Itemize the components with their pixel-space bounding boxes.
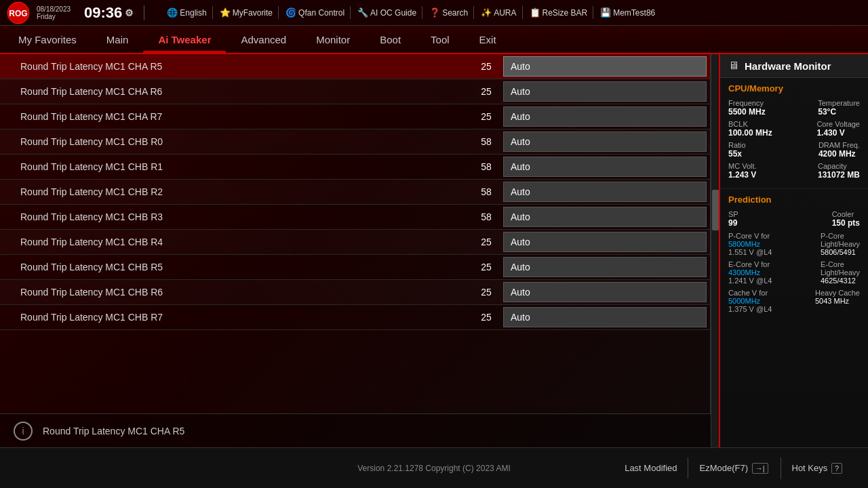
date-display: 08/18/2023	[37, 5, 71, 13]
aioc-tool[interactable]: 🔧 AI OC Guide	[352, 6, 422, 19]
aura-tool[interactable]: ✨ AURA	[475, 6, 522, 19]
fan-icon: 🌀	[285, 7, 296, 18]
search-tool[interactable]: ❓ Search	[424, 6, 474, 19]
table-row[interactable]: Round Trip Latency MC1 CHA R5 25 Auto	[0, 54, 710, 79]
setting-value: 25	[469, 111, 503, 122]
setting-value: 25	[469, 262, 503, 272]
setting-dropdown[interactable]: Auto	[503, 257, 707, 277]
table-row[interactable]: Round Trip Latency MC1 CHB R4 25 Auto	[0, 230, 710, 255]
table-row[interactable]: Round Trip Latency MC1 CHB R1 58 Auto	[0, 155, 710, 180]
last-modified-button[interactable]: Last Modified	[614, 458, 688, 479]
table-row[interactable]: Round Trip Latency MC1 CHB R3 58 Auto	[0, 205, 710, 230]
search-label: Search	[442, 8, 468, 18]
setting-dropdown[interactable]: Auto	[503, 307, 707, 327]
nav-tool[interactable]: Tool	[416, 26, 465, 53]
scrollbar-thumb[interactable]	[712, 190, 719, 230]
nav-advanced[interactable]: Advanced	[226, 26, 301, 53]
table-row[interactable]: Round Trip Latency MC1 CHA R7 25 Auto	[0, 104, 710, 129]
nav-my-favorites[interactable]: My Favorites	[3, 26, 92, 53]
qfan-tool[interactable]: 🌀 Qfan Control	[280, 6, 351, 19]
setting-dropdown[interactable]: Auto	[503, 81, 707, 102]
table-row[interactable]: Round Trip Latency MC1 CHA R6 25 Auto	[0, 79, 710, 104]
setting-label: Round Trip Latency MC1 CHA R5	[0, 61, 469, 72]
time-display: 09:36 ⚙	[84, 4, 134, 22]
aioc-label: AI OC Guide	[370, 8, 416, 18]
setting-label: Round Trip Latency MC1 CHB R1	[0, 161, 469, 172]
hot-keys-button[interactable]: Hot Keys ?	[781, 458, 855, 479]
memtest-icon: 💾	[600, 7, 611, 18]
footer-right: Last Modified EzMode(F7) →| Hot Keys ?	[614, 458, 854, 479]
aura-label: AURA	[494, 8, 516, 18]
cache-block: Cache V for 5000MHz 1.375 V @L4 Heavy Ca…	[728, 289, 860, 313]
scrollbar-track[interactable]	[711, 54, 719, 447]
nav-bar: My Favorites Main Ai Tweaker Advanced Mo…	[0, 26, 868, 54]
nav-main[interactable]: Main	[92, 26, 144, 53]
resizebar-tool[interactable]: 📋 ReSize BAR	[524, 6, 594, 19]
ez-mode-button[interactable]: EzMode(F7) →|	[688, 458, 781, 479]
myfavorite-tool[interactable]: ⭐ MyFavorite	[214, 6, 279, 19]
core-voltage-label: Core Voltage 1.430 V	[816, 120, 860, 138]
mc-volt-row: MC Volt. 1.243 V Capacity 131072 MB	[728, 162, 860, 180]
nav-monitor[interactable]: Monitor	[301, 26, 365, 53]
prediction-title: Prediction	[728, 195, 860, 205]
setting-dropdown[interactable]: Auto	[503, 131, 707, 152]
setting-value: 58	[469, 136, 503, 147]
setting-dropdown[interactable]: Auto	[503, 207, 707, 227]
frequency-row: Frequency 5500 MHz Temperature 53°C	[728, 99, 860, 117]
star-icon: ⭐	[220, 7, 231, 18]
table-row[interactable]: Round Trip Latency MC1 CHB R5 25 Auto	[0, 255, 710, 280]
setting-value: 25	[469, 312, 503, 323]
cpu-memory-section: CPU/Memory Frequency 5500 MHz Temperatur…	[720, 78, 868, 189]
setting-label: Round Trip Latency MC1 CHB R4	[0, 237, 469, 247]
table-row[interactable]: Round Trip Latency MC1 CHB R2 58 Auto	[0, 180, 710, 205]
setting-value: 58	[469, 186, 503, 197]
setting-dropdown[interactable]: Auto	[503, 232, 707, 252]
setting-label: Round Trip Latency MC1 CHB R6	[0, 287, 469, 298]
top-tools: 🌐 English ⭐ MyFavorite 🌀 Qfan Control 🔧 …	[161, 6, 660, 19]
nav-ai-tweaker[interactable]: Ai Tweaker	[143, 26, 226, 53]
setting-value: 25	[469, 237, 503, 247]
language-tool[interactable]: 🌐 English	[161, 6, 212, 19]
pcore-block: P-Core V for 5800MHz 1.551 V @L4 P-Core …	[728, 232, 860, 256]
info-row: i Round Trip Latency MC1 CHA R5	[0, 413, 711, 447]
setting-value: 25	[469, 287, 503, 298]
ratio-label: Ratio 55x	[728, 141, 746, 159]
ez-mode-label: EzMode(F7)	[699, 463, 748, 473]
setting-value: 58	[469, 211, 503, 222]
clock: 09:36	[84, 4, 122, 22]
ecore-block: E-Core V for 4300MHz 1.241 V @L4 E-Core …	[728, 260, 860, 285]
footer: Version 2.21.1278 Copyright (C) 2023 AMI…	[0, 447, 868, 488]
monitor-icon: 🖥	[728, 60, 739, 72]
table-row[interactable]: Round Trip Latency MC1 CHB R6 25 Auto	[0, 280, 710, 305]
setting-label: Round Trip Latency MC1 CHB R7	[0, 312, 469, 323]
resizebar-icon: 📋	[530, 7, 540, 18]
hot-keys-label: Hot Keys	[792, 463, 828, 473]
cooler-block: Cooler 150 pts	[832, 210, 860, 228]
sp-block: SP 99	[728, 210, 738, 228]
settings-gear-icon[interactable]: ⚙	[125, 7, 134, 18]
setting-value: 25	[469, 61, 503, 72]
setting-dropdown[interactable]: Auto	[503, 56, 707, 77]
memtest-tool[interactable]: 💾 MemTest86	[595, 6, 660, 19]
table-row[interactable]: Round Trip Latency MC1 CHB R0 58 Auto	[0, 129, 710, 155]
divider	[144, 5, 144, 20]
nav-exit[interactable]: Exit	[465, 26, 511, 53]
ecore-light-heavy: E-Core Light/Heavy 4625/4312	[821, 260, 860, 285]
setting-dropdown[interactable]: Auto	[503, 282, 707, 302]
setting-label: Round Trip Latency MC1 CHA R7	[0, 111, 469, 122]
resizebar-label: ReSize BAR	[542, 8, 588, 18]
nav-boot[interactable]: Boot	[365, 26, 416, 53]
bclk-row: BCLK 100.00 MHz Core Voltage 1.430 V	[728, 120, 860, 138]
hardware-monitor-title: Hardware Monitor	[745, 60, 831, 72]
frequency-label: Frequency 5500 MHz	[728, 99, 766, 117]
cache-heavy: Heavy Cache 5043 MHz	[815, 289, 860, 313]
ratio-row: Ratio 55x DRAM Freq. 4200 MHz	[728, 141, 860, 159]
myfavorite-label: MyFavorite	[233, 8, 273, 18]
ez-mode-key-icon: →|	[752, 463, 768, 474]
bclk-label: BCLK 100.00 MHz	[728, 120, 772, 138]
setting-dropdown[interactable]: Auto	[503, 157, 707, 177]
setting-dropdown[interactable]: Auto	[503, 182, 707, 202]
setting-dropdown[interactable]: Auto	[503, 106, 707, 127]
table-row[interactable]: Round Trip Latency MC1 CHB R7 25 Auto	[0, 305, 710, 330]
prediction-section: Prediction SP 99 Cooler 150 pts P-Core V	[720, 189, 868, 319]
